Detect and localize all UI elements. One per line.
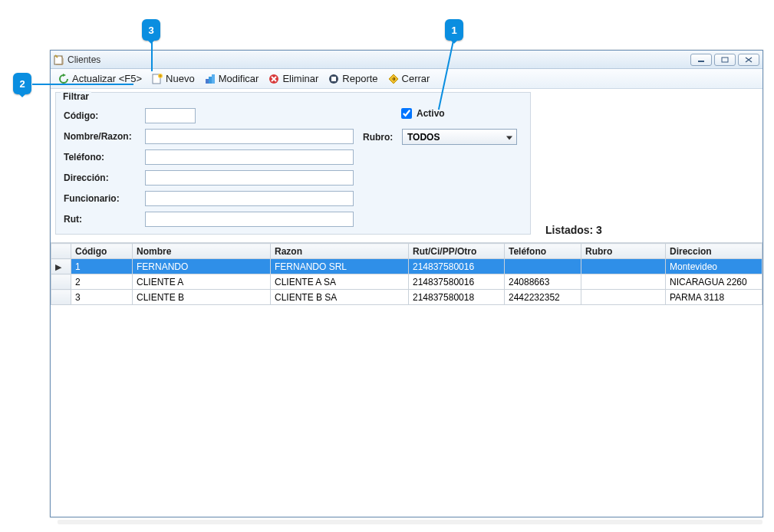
cell-codigo[interactable]: 1 xyxy=(71,259,133,274)
close-icon xyxy=(387,73,400,85)
toolbar: Actualizar <F5> Nuevo Modificar Eliminar… xyxy=(51,69,762,89)
callout-3-line xyxy=(151,41,153,71)
svg-rect-10 xyxy=(331,77,336,81)
new-button[interactable]: Nuevo xyxy=(147,71,199,87)
grid-header-row: Código Nombre Razon Rut/Ci/PP/Otro Teléf… xyxy=(51,244,762,259)
activo-label: Activo xyxy=(417,108,445,119)
rubro-label: Rubro: xyxy=(363,132,397,143)
cell-rubro[interactable] xyxy=(581,274,666,290)
cell-razon[interactable]: CLIENTE A SA xyxy=(271,274,409,290)
cell-razon[interactable]: FERNANDO SRL xyxy=(271,259,409,274)
col-nombre[interactable]: Nombre xyxy=(133,244,271,259)
nombre-label: Nombre/Razon: xyxy=(64,131,140,142)
codigo-label: Código: xyxy=(64,110,140,121)
col-razon[interactable]: Razon xyxy=(271,244,409,259)
grid-corner xyxy=(51,244,71,259)
close-tool-label: Cerrar xyxy=(402,73,430,84)
svg-rect-0 xyxy=(54,56,62,64)
decorative-bottom-bar xyxy=(58,520,762,524)
table-row[interactable]: 2CLIENTE ACLIENTE A SA214837580016240886… xyxy=(51,274,762,290)
close-tool-button[interactable]: Cerrar xyxy=(384,71,434,87)
rubro-combo[interactable]: TODOS xyxy=(402,129,517,145)
callout-2-line xyxy=(32,84,133,85)
cell-telefono[interactable]: 2442232352 xyxy=(505,290,581,305)
edit-label: Modificar xyxy=(219,73,259,84)
edit-button[interactable]: Modificar xyxy=(200,71,263,87)
cell-nombre[interactable]: FERNANDO xyxy=(133,259,271,274)
new-icon xyxy=(151,73,163,85)
svg-rect-2 xyxy=(722,57,728,62)
cell-rubro[interactable] xyxy=(581,290,666,305)
cell-rubro[interactable] xyxy=(581,259,666,274)
telefono-label: Teléfono: xyxy=(64,152,140,163)
cell-rut[interactable]: 214837580018 xyxy=(409,290,505,305)
codigo-input[interactable] xyxy=(145,108,196,123)
table-row[interactable]: 3CLIENTE BCLIENTE B SA214837580018244223… xyxy=(51,290,762,305)
svg-rect-5 xyxy=(206,79,209,84)
col-telefono[interactable]: Teléfono xyxy=(505,244,581,259)
cell-nombre[interactable]: CLIENTE B xyxy=(133,290,271,305)
row-header[interactable]: ▶ xyxy=(51,259,71,274)
titlebar: Clientes xyxy=(51,51,762,69)
activo-checkbox[interactable] xyxy=(401,108,412,119)
callout-2: 2 xyxy=(13,73,31,94)
close-button[interactable] xyxy=(738,54,759,66)
delete-icon xyxy=(268,73,280,85)
window-title: Clientes xyxy=(68,54,100,65)
cell-direccion[interactable]: NICARAGUA 2260 xyxy=(666,274,762,290)
cell-razon[interactable]: CLIENTE B SA xyxy=(271,290,409,305)
col-codigo[interactable]: Código xyxy=(71,244,133,259)
funcionario-input[interactable] xyxy=(145,191,354,206)
minimize-button[interactable] xyxy=(690,54,712,66)
new-label: Nuevo xyxy=(166,73,195,84)
col-rubro[interactable]: Rubro xyxy=(581,244,666,259)
row-header[interactable] xyxy=(51,290,71,305)
cell-codigo[interactable]: 3 xyxy=(71,290,133,305)
refresh-label: Actualizar <F5> xyxy=(72,73,142,84)
report-label: Reporte xyxy=(342,73,377,84)
funcionario-label: Funcionario: xyxy=(64,193,140,204)
svg-rect-6 xyxy=(209,77,212,84)
filter-legend: Filtrar xyxy=(61,91,91,102)
row-header[interactable] xyxy=(51,274,71,290)
cell-rut[interactable]: 214837580016 xyxy=(409,259,505,274)
cell-telefono[interactable]: 24088663 xyxy=(505,274,581,290)
cell-telefono[interactable] xyxy=(505,259,581,274)
callout-3: 3 xyxy=(142,19,160,41)
callout-1: 1 xyxy=(445,19,463,41)
data-grid[interactable]: Código Nombre Razon Rut/Ci/PP/Otro Teléf… xyxy=(51,242,762,517)
cell-codigo[interactable]: 2 xyxy=(71,274,133,290)
cell-direccion[interactable]: Montevideo xyxy=(666,259,762,274)
delete-button[interactable]: Eliminar xyxy=(264,71,322,87)
clientes-window: Clientes Actualizar <F5> Nuevo Modificar… xyxy=(50,50,763,517)
svg-rect-7 xyxy=(212,74,215,84)
listados-label: Listados: 3 xyxy=(545,224,602,236)
edit-icon xyxy=(204,73,216,85)
report-button[interactable]: Reporte xyxy=(324,71,381,87)
cell-rut[interactable]: 214837580016 xyxy=(409,274,505,290)
col-direccion[interactable]: Direccion xyxy=(666,244,762,259)
report-icon xyxy=(328,73,340,85)
window-controls xyxy=(690,54,759,66)
table-row[interactable]: ▶1FERNANDOFERNANDO SRL214837580016Montev… xyxy=(51,259,762,274)
maximize-button[interactable] xyxy=(714,54,736,66)
delete-label: Eliminar xyxy=(282,73,318,84)
telefono-input[interactable] xyxy=(145,149,354,165)
filter-panel: Filtrar Código: Nombre/Razon: Teléfono: … xyxy=(55,92,531,235)
cell-nombre[interactable]: CLIENTE A xyxy=(133,274,271,290)
col-rut[interactable]: Rut/Ci/PP/Otro xyxy=(409,244,505,259)
rut-label: Rut: xyxy=(64,214,140,225)
app-icon xyxy=(54,54,64,65)
rut-input[interactable] xyxy=(145,212,354,227)
row-marker-icon: ▶ xyxy=(55,262,61,271)
rubro-value: TODOS xyxy=(407,132,440,143)
content-area: Filtrar Código: Nombre/Razon: Teléfono: … xyxy=(51,89,762,517)
svg-rect-1 xyxy=(698,61,704,62)
nombre-input[interactable] xyxy=(145,129,354,144)
cell-direccion[interactable]: PARMA 3118 xyxy=(666,290,762,305)
direccion-input[interactable] xyxy=(145,170,354,186)
direccion-label: Dirección: xyxy=(64,172,140,183)
